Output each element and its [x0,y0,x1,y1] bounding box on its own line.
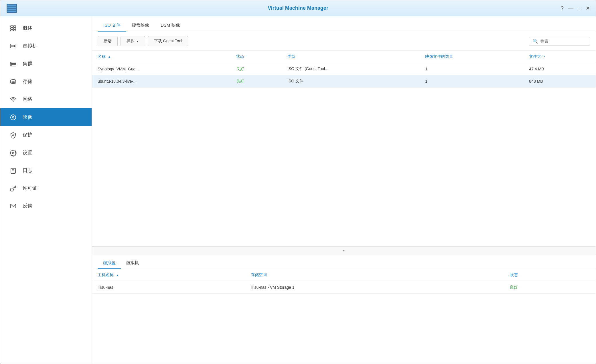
cell-hostname: lilisu-nas [92,281,245,294]
operate-button[interactable]: 操作 ▼ [121,36,145,46]
log-icon [9,167,17,174]
sidebar-label-cluster: 集群 [23,60,32,67]
table-header-row: 名称 ▲ 状态 类型 映像文件的数量 文件大小 [92,51,596,63]
sidebar-item-overview[interactable]: 概述 [0,19,92,37]
cell-status: 良好 [230,63,282,75]
tab-vm-bottom[interactable]: 虚拟机 [121,257,144,269]
search-icon: 🔍 [533,39,538,44]
svg-rect-1 [7,5,16,6]
sidebar-label-vm: 虚拟机 [23,43,37,49]
sidebar-item-protect[interactable]: 保护 [0,126,92,144]
sidebar-item-settings[interactable]: 设置 [0,144,92,161]
svg-rect-10 [13,30,16,31]
col-hostname[interactable]: 主机名称 ▲ [92,269,245,281]
vdisk-table: 主机名称 ▲ 存储空间 状态 lilisu-nas lilisu-nas - V… [92,269,596,294]
cell-status: 良好 [504,281,596,294]
download-guest-tool-button[interactable]: 下载 Guest Tool [148,36,188,46]
sidebar-item-feedback[interactable]: 反馈 [0,197,92,215]
svg-rect-9 [11,30,13,31]
window-controls: ? — □ ✕ [561,6,590,11]
sort-asc-icon: ▲ [108,55,111,58]
app-icon [6,3,17,14]
collapse-icon: ▾ [343,249,345,253]
upper-table: 名称 ▲ 状态 类型 映像文件的数量 文件大小 Synology_VMM_Gue… [92,51,596,246]
col-name[interactable]: 名称 ▲ [92,51,230,63]
license-icon [9,185,17,192]
vdisk-table-body: lilisu-nas lilisu-nas - VM Storage 1 良好 [92,281,596,294]
feedback-icon [9,202,17,210]
titlebar: Virtual Machine Manager ? — □ ✕ [0,0,596,16]
maximize-button[interactable]: □ [578,6,581,11]
tab-vdisk[interactable]: 虚拟盘 [98,257,121,269]
storage-icon [9,78,17,85]
col-size[interactable]: 文件大小 [523,51,596,63]
sidebar-item-image[interactable]: 映像 [0,108,92,126]
cell-type: ISO 文件 (Guest Tool... [282,63,419,75]
toolbar: 新增 操作 ▼ 下载 Guest Tool 🔍 [92,32,596,51]
lower-header-row: 主机名称 ▲ 存储空间 状态 [92,269,596,281]
cell-name: ubuntu-18.04.3-live-... [92,75,230,88]
sort-asc-icon: ▲ [116,274,119,277]
col-storage[interactable]: 存储空间 [245,269,504,281]
cell-status: 良好 [230,75,282,88]
panel-divider[interactable]: ▾ [92,246,596,255]
svg-rect-2 [7,7,16,8]
top-tabs: ISO 文件 硬盘映像 DSM 映像 [92,16,596,32]
chevron-down-icon: ▼ [136,40,139,43]
iso-table-body: Synology_VMM_Gue... 良好 ISO 文件 (Guest Too… [92,63,596,88]
svg-rect-14 [14,46,15,47]
svg-point-24 [13,135,14,136]
add-button[interactable]: 新增 [98,36,118,46]
table-row[interactable]: ubuntu-18.04.3-live-... 良好 ISO 文件 1 848 … [92,75,596,88]
svg-rect-4 [7,11,16,12]
help-button[interactable]: ? [561,6,564,11]
svg-point-18 [11,65,12,66]
svg-rect-7 [11,28,13,29]
svg-point-23 [13,117,13,118]
svg-rect-6 [13,26,16,27]
sidebar-item-license[interactable]: 许可证 [0,179,92,197]
iso-table: 名称 ▲ 状态 类型 映像文件的数量 文件大小 Synology_VMM_Gue… [92,51,596,88]
svg-rect-8 [13,28,16,29]
svg-rect-5 [11,26,13,27]
main-layout: 概述 虚拟机 [0,16,596,364]
svg-rect-3 [7,9,16,10]
protect-icon [9,131,17,139]
sidebar-item-log[interactable]: 日志 [0,162,92,179]
col-count[interactable]: 映像文件的数量 [419,51,523,63]
svg-point-17 [11,62,12,63]
sidebar-label-overview: 概述 [23,25,32,31]
sidebar-label-license: 许可证 [23,185,37,191]
sidebar-item-network[interactable]: 网络 [0,90,92,108]
bottom-tabs: 虚拟盘 虚拟机 [92,255,596,269]
tab-dsm[interactable]: DSM 映像 [155,19,186,32]
svg-point-26 [12,152,14,154]
search-input[interactable] [540,39,586,43]
search-box: 🔍 [529,37,590,46]
minimize-button[interactable]: — [568,6,573,11]
sidebar-label-log: 日志 [23,167,32,174]
table-row[interactable]: Synology_VMM_Gue... 良好 ISO 文件 (Guest Too… [92,63,596,75]
sidebar-label-protect: 保护 [23,132,32,138]
cell-count: 1 [419,75,523,88]
cell-storage: lilisu-nas - VM Storage 1 [245,281,504,294]
sidebar-label-feedback: 反馈 [23,203,32,209]
sidebar-item-vm[interactable]: 虚拟机 [0,37,92,55]
svg-point-19 [11,80,16,81]
tab-disk[interactable]: 硬盘映像 [126,19,155,32]
col-status[interactable]: 状态 [230,51,282,63]
table-row[interactable]: lilisu-nas lilisu-nas - VM Storage 1 良好 [92,281,596,294]
svg-point-20 [13,101,14,102]
close-button[interactable]: ✕ [586,6,590,11]
main-window: Virtual Machine Manager ? — □ ✕ [0,0,596,364]
sidebar-label-storage: 存储 [23,78,32,85]
cell-name: Synology_VMM_Gue... [92,63,230,75]
col-status-lower[interactable]: 状态 [504,269,596,281]
tab-iso[interactable]: ISO 文件 [98,19,126,32]
sidebar-label-image: 映像 [23,114,32,120]
col-type[interactable]: 类型 [282,51,419,63]
operate-label: 操作 [127,39,135,44]
sidebar-item-storage[interactable]: 存储 [0,73,92,90]
sidebar: 概述 虚拟机 [0,16,92,364]
sidebar-item-cluster[interactable]: 集群 [0,55,92,72]
